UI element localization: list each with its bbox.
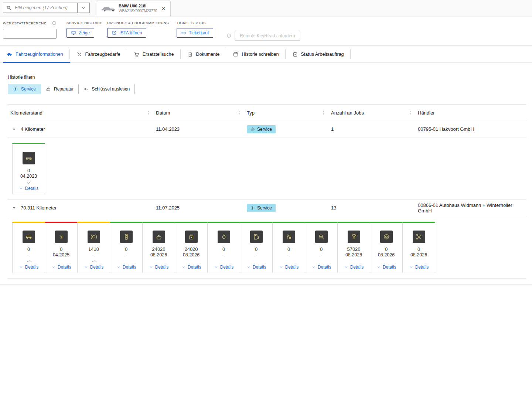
- card-details-link[interactable]: Details: [84, 265, 104, 270]
- brake-disc-icon: [380, 231, 393, 243]
- ticket-status-label: TICKET STATUS: [177, 21, 213, 25]
- brake-wear-icon: [88, 231, 100, 243]
- card-details-link[interactable]: Details: [246, 265, 266, 270]
- column-header-haendler: Händler: [418, 110, 526, 116]
- filter-schluessel-auslesen-button[interactable]: Schlüssel auslesen: [78, 84, 135, 94]
- page-divider: [0, 284, 532, 285]
- trophy-icon: [348, 231, 360, 243]
- tab-label: Dokumente: [196, 52, 220, 57]
- tab-nav: Fahrzeuginformationen Fahrzeugbedarfe Er…: [0, 46, 532, 63]
- check-icon: [92, 258, 96, 264]
- service-item-card: 5702008.2028Details: [337, 222, 370, 273]
- sort-icon[interactable]: [237, 110, 242, 115]
- sort-icon[interactable]: [408, 110, 413, 115]
- card-date: 08.2026: [150, 252, 167, 258]
- card-details-link[interactable]: Details: [311, 265, 331, 270]
- row-expander-icon[interactable]: [11, 205, 17, 211]
- calendar-icon: [233, 51, 239, 57]
- card-kilometer-value: 0: [125, 246, 127, 252]
- top-strip: BMW U06 218i WBA218X0907M23770 ✕: [0, 0, 532, 17]
- service-item-card: 0-Details: [110, 222, 143, 273]
- cell-anzahl-jobs: 13: [331, 205, 418, 211]
- remote-keyread-button[interactable]: Remote KeyRead anfordern: [235, 31, 300, 41]
- fin-dropdown-button[interactable]: [77, 3, 90, 13]
- column-header-typ: Typ: [247, 110, 331, 116]
- service-type-badge: Service: [247, 204, 276, 212]
- zeige-button[interactable]: Zeige: [66, 28, 94, 38]
- tab-status-arbeitsauftrag[interactable]: Status Arbeitsauftrag: [286, 46, 351, 62]
- tab-dokumente[interactable]: Dokumente: [181, 46, 226, 62]
- ista-oeffnen-button[interactable]: ISTA öffnen: [107, 28, 147, 38]
- close-vehicle-tab-icon[interactable]: ✕: [160, 5, 167, 12]
- cell-haendler: 00795-01 Hakvoort GmbH: [418, 126, 526, 132]
- engine-oil-icon: [153, 231, 165, 243]
- card-date: -: [288, 252, 289, 258]
- row-expander-icon[interactable]: [11, 127, 17, 132]
- history-table: Kilometerstand Datum Typ Anzahl an Jobs …: [7, 104, 526, 279]
- action-bar: WERKSTATTREFERENZ SERVICE HISTORIE Zeige…: [0, 17, 532, 41]
- filter-service-button[interactable]: Service: [8, 84, 41, 94]
- history-row: 4 Kilometer11.04.2023Service100795-01 Ha…: [7, 121, 526, 137]
- card-kilometer-value: 0: [60, 246, 62, 252]
- car-icon: [7, 51, 13, 57]
- card-kilometer-value: 24020: [184, 246, 198, 252]
- werkstattreferenz-group: WERKSTATTREFERENZ: [3, 21, 57, 39]
- card-details-link[interactable]: Details: [214, 265, 234, 270]
- cell-kilometerstand: 70.311 Kilometer: [21, 205, 156, 211]
- werkstattreferenz-label-row: WERKSTATTREFERENZ: [3, 21, 57, 25]
- card-date: 04.2023: [20, 173, 37, 179]
- ticketkauf-button[interactable]: Ticketkauf: [177, 28, 213, 38]
- service-item-card: 004.2023Details: [12, 143, 45, 194]
- search-icon: [6, 5, 11, 10]
- sort-icon[interactable]: [146, 110, 151, 115]
- filter-reparatur-button[interactable]: Reparatur: [41, 84, 79, 94]
- werkstattreferenz-input[interactable]: [3, 29, 57, 39]
- diagnose-group: DIAGNOSE & PROGRAMMIERUNG ISTA öffnen: [107, 21, 169, 38]
- inspection-icon: [315, 231, 328, 243]
- service-cards-strip: 0-Details§004.2025Details1410-Details0-D…: [7, 216, 526, 279]
- fin-search[interactable]: [3, 3, 78, 13]
- tab-ersatzteilsuche[interactable]: Ersatzteilsuche: [127, 46, 181, 62]
- thumbs-up-icon: [46, 86, 51, 92]
- sort-icon[interactable]: [321, 110, 326, 115]
- card-details-link[interactable]: Details: [149, 265, 169, 270]
- card-details-link[interactable]: Details: [19, 186, 39, 191]
- card-details-link[interactable]: Details: [19, 265, 39, 270]
- tab-fahrzeugbedarfe[interactable]: Fahrzeugbedarfe: [70, 46, 127, 62]
- service-item-card: 2402008.2026Details: [142, 222, 175, 273]
- vehicle-tab[interactable]: BMW U06 218i WBA218X0907M23770 ✕: [97, 1, 171, 16]
- vehicle-info: BMW U06 218i WBA218X0907M23770: [119, 4, 157, 13]
- card-details-link[interactable]: Details: [181, 265, 201, 270]
- screen-icon: [71, 30, 76, 35]
- service-cards-strip: 004.2023Details: [7, 137, 526, 200]
- service-item-card: 0-Details: [272, 222, 305, 273]
- car-front-icon: [23, 231, 35, 243]
- cell-datum: 11.07.2025: [156, 205, 247, 211]
- tab-fahrzeuginformationen[interactable]: Fahrzeuginformationen: [3, 46, 70, 62]
- info-icon: [52, 21, 57, 25]
- tab-label: Fahrzeuginformationen: [16, 52, 63, 57]
- remote-keyread-group: Remote KeyRead anfordern: [226, 31, 300, 41]
- card-details-link[interactable]: Details: [51, 265, 71, 270]
- zeige-label: Zeige: [79, 30, 90, 35]
- table-body: 4 Kilometer11.04.2023Service100795-01 Ha…: [7, 121, 526, 279]
- card-kilometer-value: 57020: [347, 246, 360, 252]
- tab-historie-schreiben[interactable]: Historie schreiben: [226, 46, 285, 62]
- card-kilometer-value: 1410: [88, 246, 99, 252]
- card-kilometer-value: 0: [255, 246, 258, 252]
- service-historie-group: SERVICE HISTORIE Zeige: [66, 21, 102, 38]
- gear-icon: [13, 86, 18, 92]
- ticketkauf-label: Ticketkauf: [189, 30, 209, 35]
- card-date: -: [125, 252, 127, 258]
- card-details-link[interactable]: Details: [116, 265, 136, 270]
- cell-haendler: 00866-01 Autohaus Widmann + Winterholler…: [418, 202, 526, 214]
- fin-search-input[interactable]: [14, 5, 74, 11]
- card-date: -: [223, 252, 224, 258]
- card-details-link[interactable]: Details: [376, 265, 396, 270]
- vehicle-thumbnail: [101, 5, 116, 13]
- card-details-link[interactable]: Details: [409, 265, 429, 270]
- card-details-link[interactable]: Details: [279, 265, 299, 270]
- column-header-datum: Datum: [156, 110, 247, 116]
- card-details-link[interactable]: Details: [344, 265, 364, 270]
- cell-datum: 11.04.2023: [156, 126, 247, 132]
